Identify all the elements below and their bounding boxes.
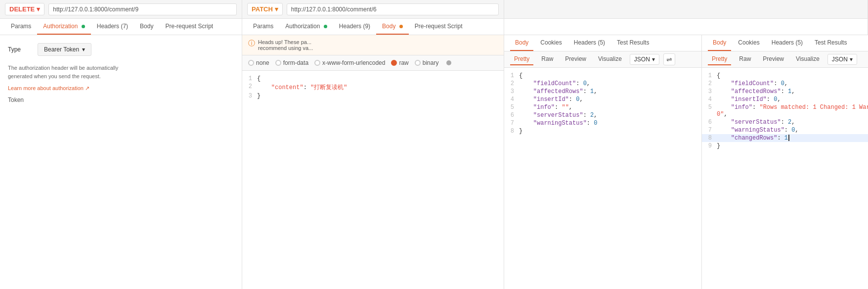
sub-tab-cookies-left[interactable]: Cookies bbox=[535, 35, 566, 51]
response-right-code[interactable]: 1 { 2 "fieldCount": 0, 3 "affectedRows":… bbox=[702, 68, 868, 289]
radio-circle-form-data bbox=[275, 60, 281, 66]
format-wrap-btn-left[interactable]: ⇌ bbox=[663, 53, 675, 65]
sub-tab-test-right[interactable]: Test Results bbox=[810, 35, 852, 51]
middle-tab-group: Params Authorization Headers (9) Body Pr… bbox=[242, 19, 504, 35]
patch-body-code-editor[interactable]: 1 { 2 "content": "打断复读机" 3 } bbox=[242, 71, 504, 289]
resp-left-line-1: 1 { bbox=[504, 72, 701, 80]
authorization-dot-left bbox=[82, 25, 85, 28]
warning-icon: ⓘ bbox=[248, 39, 255, 48]
radio-row: none form-data x-www-form-urlencoded raw… bbox=[242, 55, 504, 71]
resp-left-line-2: 2 "fieldCount": 0, bbox=[504, 80, 701, 88]
format-toolbar-left: Pretty Raw Preview Visualize JSON ▾ ⇌ bbox=[504, 51, 701, 68]
patch-request-bar: PATCH ▾ bbox=[242, 0, 504, 18]
chevron-down-icon-3: ▾ bbox=[82, 46, 85, 53]
tabs-row: Params Authorization Headers (7) Body Pr… bbox=[0, 19, 868, 35]
patch-url-input[interactable] bbox=[287, 3, 499, 15]
response-left-code[interactable]: 1 { 2 "fieldCount": 0, 3 "affectedRows":… bbox=[504, 68, 701, 289]
delete-method-label: DELETE bbox=[9, 5, 35, 13]
tab-headers-middle[interactable]: Headers (9) bbox=[333, 19, 376, 35]
bearer-token-label: Bearer Token bbox=[44, 46, 79, 53]
method-selector-delete[interactable]: DELETE ▾ bbox=[5, 3, 44, 15]
radio-circle-raw bbox=[391, 60, 397, 66]
resp-right-line-7: 7 "warningStatus": 0, bbox=[702, 126, 868, 134]
sub-tab-test-left[interactable]: Test Results bbox=[612, 35, 654, 51]
format-visualize-left[interactable]: Visualize bbox=[594, 53, 626, 65]
resp-right-line-8: 8 "changedRows": 1 bbox=[702, 134, 868, 142]
sub-tab-headers-right[interactable]: Headers (5) bbox=[767, 35, 808, 51]
patch-method-label: PATCH bbox=[252, 5, 273, 13]
bearer-token-selector[interactable]: Bearer Token ▾ bbox=[38, 43, 91, 56]
tab-headers-left[interactable]: Headers (7) bbox=[91, 19, 134, 35]
patch-body-panel: ⓘ Heads up! These pa... recommend using … bbox=[242, 35, 504, 289]
resp-left-line-5: 5 "info": "", bbox=[504, 103, 701, 111]
format-raw-left[interactable]: Raw bbox=[537, 53, 557, 65]
warning-text: Heads up! These pa... recommend using va… bbox=[258, 39, 313, 51]
code-line-1: 1 { bbox=[242, 75, 504, 83]
radio-none[interactable]: none bbox=[248, 59, 269, 66]
resp-left-line-6: 6 "serverStatus": 2, bbox=[504, 111, 701, 119]
resp-left-line-4: 4 "insertId": 0, bbox=[504, 96, 701, 103]
delete-url-input[interactable] bbox=[48, 3, 237, 15]
format-raw-right[interactable]: Raw bbox=[735, 53, 755, 65]
sub-tabs-right: Body Cookies Headers (5) Test Results bbox=[702, 35, 868, 51]
code-line-3: 3 } bbox=[242, 92, 504, 100]
authorization-panel: Type Bearer Token ▾ The authorization he… bbox=[0, 35, 242, 289]
tab-params-middle[interactable]: Params bbox=[247, 19, 279, 35]
tab-prerequest-middle[interactable]: Pre-request Script bbox=[409, 19, 469, 35]
resp-right-line-4: 4 "insertId": 0, bbox=[702, 96, 868, 103]
radio-circle-none bbox=[248, 60, 254, 66]
resp-right-line-2: 2 "fieldCount": 0, bbox=[702, 80, 868, 88]
sub-tab-body-left[interactable]: Body bbox=[510, 35, 533, 51]
format-toolbar-right: Pretty Raw Preview Visualize JSON ▾ bbox=[702, 51, 868, 68]
format-visualize-right[interactable]: Visualize bbox=[792, 53, 824, 65]
chevron-down-icon: ▾ bbox=[37, 5, 40, 13]
type-label: Type bbox=[8, 46, 38, 53]
format-json-select-right[interactable]: JSON ▾ bbox=[827, 54, 857, 65]
sub-tabs-left: Body Cookies Headers (5) Test Results bbox=[504, 35, 701, 51]
delete-request-bar: DELETE ▾ bbox=[0, 0, 242, 18]
sub-tab-body-right[interactable]: Body bbox=[708, 35, 731, 51]
resp-right-line-1: 1 { bbox=[702, 72, 868, 80]
chevron-down-icon-4: ▾ bbox=[652, 56, 655, 63]
app-container: DELETE ▾ PATCH ▾ Params Authorization bbox=[0, 0, 868, 289]
resp-left-line-8: 8 } bbox=[504, 127, 701, 135]
format-preview-right[interactable]: Preview bbox=[759, 53, 788, 65]
right-tab-group bbox=[504, 19, 868, 35]
response-right-panel: Body Cookies Headers (5) Test Results Pr… bbox=[702, 35, 868, 289]
radio-binary[interactable]: binary bbox=[415, 59, 439, 66]
resp-right-line-5: 5 "info": "Rows matched: 1 Changed: 1 Wa… bbox=[702, 103, 868, 118]
sub-tab-headers-left[interactable]: Headers (5) bbox=[569, 35, 610, 51]
resp-left-line-7: 7 "warningStatus": 0 bbox=[504, 119, 701, 127]
radio-x-www[interactable]: x-www-form-urlencoded bbox=[314, 59, 385, 66]
chevron-down-icon-2: ▾ bbox=[275, 5, 278, 13]
format-pretty-left[interactable]: Pretty bbox=[510, 53, 533, 65]
warning-box: ⓘ Heads up! These pa... recommend using … bbox=[242, 35, 504, 55]
format-json-select-left[interactable]: JSON ▾ bbox=[630, 54, 659, 65]
chevron-down-icon-5: ▾ bbox=[850, 56, 853, 63]
request-bars: DELETE ▾ PATCH ▾ bbox=[0, 0, 868, 19]
token-label: Token bbox=[8, 96, 234, 103]
radio-graphql bbox=[446, 60, 451, 65]
radio-form-data[interactable]: form-data bbox=[275, 59, 308, 66]
tab-body-left[interactable]: Body bbox=[134, 19, 159, 35]
tab-prerequest-left[interactable]: Pre-request Script bbox=[159, 19, 219, 35]
code-line-2: 2 "content": "打断复读机" bbox=[242, 83, 504, 92]
radio-raw[interactable]: raw bbox=[391, 59, 408, 66]
tab-body-middle[interactable]: Body bbox=[376, 19, 409, 35]
tab-params-left[interactable]: Params bbox=[5, 19, 37, 35]
format-pretty-right[interactable]: Pretty bbox=[708, 53, 731, 65]
radio-circle-binary bbox=[415, 60, 421, 66]
learn-more-link[interactable]: Learn more about authorization ↗ bbox=[8, 84, 234, 93]
sub-tab-cookies-right[interactable]: Cookies bbox=[733, 35, 764, 51]
format-preview-left[interactable]: Preview bbox=[561, 53, 590, 65]
method-selector-patch[interactable]: PATCH ▾ bbox=[247, 3, 283, 15]
empty-request-bar bbox=[504, 0, 868, 18]
main-content: Type Bearer Token ▾ The authorization he… bbox=[0, 35, 868, 289]
resp-right-line-6: 6 "serverStatus": 2, bbox=[702, 118, 868, 126]
body-dot-middle bbox=[399, 25, 403, 28]
tab-authorization-middle[interactable]: Authorization bbox=[279, 19, 333, 35]
resp-right-line-3: 3 "affectedRows": 1, bbox=[702, 88, 868, 96]
tab-authorization-left[interactable]: Authorization bbox=[37, 19, 90, 35]
response-left-panel: Body Cookies Headers (5) Test Results Pr… bbox=[504, 35, 702, 289]
type-row: Type Bearer Token ▾ bbox=[8, 43, 234, 56]
